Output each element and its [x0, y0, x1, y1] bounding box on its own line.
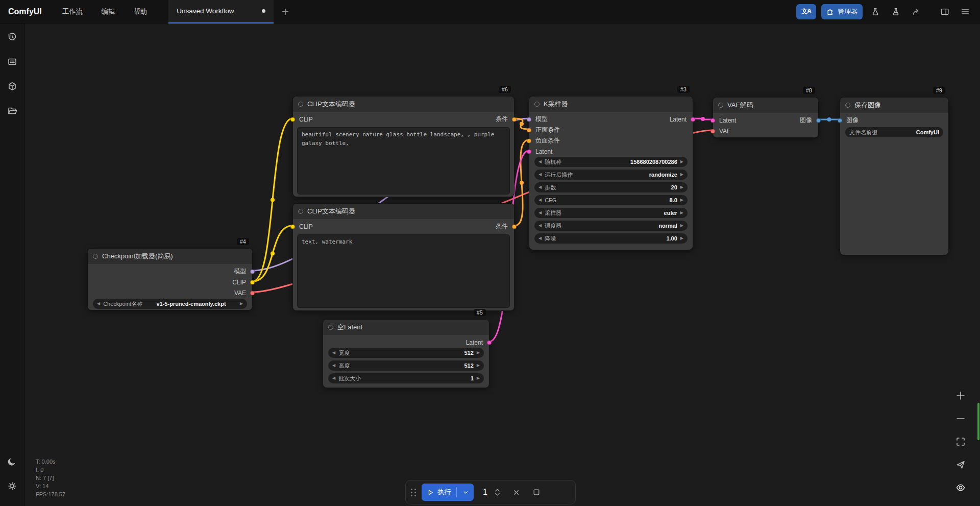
node-checkpoint-loader[interactable]: #4 Checkpoint加载器(简易) 模型 CLIP VAE ◀ Check…	[87, 248, 253, 310]
queue-icon[interactable]	[3, 52, 22, 71]
next-arrow-icon[interactable]: ▶	[680, 198, 683, 202]
image-port-dot[interactable]	[838, 118, 842, 123]
graph-canvas[interactable]: #4 Checkpoint加载器(简易) 模型 CLIP VAE ◀ Check…	[0, 0, 980, 506]
width-widget[interactable]: ◀ 宽度 512 ▶	[328, 348, 484, 358]
sampler-widget[interactable]: ◀ 采样器 euler ▶	[534, 208, 688, 218]
next-arrow-icon[interactable]: ▶	[477, 376, 480, 380]
positive-cond-row[interactable]: 正面条件	[529, 125, 693, 135]
conditioning-port-dot[interactable]	[512, 117, 517, 122]
denoise-widget[interactable]: ◀ 降噪 1.00 ▶	[534, 233, 688, 244]
batch-count-stepper[interactable]	[495, 489, 500, 496]
prev-arrow-icon[interactable]: ◀	[332, 351, 335, 355]
translate-button[interactable]: 文A	[796, 4, 816, 19]
queue-history-icon[interactable]	[3, 28, 22, 47]
batch-count-input[interactable]: 1	[483, 488, 487, 497]
prev-arrow-icon[interactable]: ◀	[538, 160, 542, 164]
collapse-dot-icon[interactable]	[93, 254, 98, 259]
collapse-dot-icon[interactable]	[328, 325, 333, 330]
vae-port-dot[interactable]	[710, 129, 715, 133]
output-port-latent[interactable]: Latent	[323, 337, 489, 348]
scroll-indicator[interactable]	[977, 403, 979, 440]
hamburger-menu-icon[interactable]	[958, 4, 973, 19]
next-arrow-icon[interactable]: ▶	[477, 364, 480, 368]
prev-arrow-icon[interactable]: ◀	[538, 211, 542, 215]
ckpt-name-widget[interactable]: ◀ Checkpoint名称 v1-5-pruned-emaonly.ckpt …	[93, 299, 247, 309]
clip-port-dot[interactable]	[250, 280, 255, 284]
prev-arrow-icon[interactable]: ◀	[538, 236, 542, 240]
latent-input-row[interactable]: Latent	[529, 146, 693, 157]
output-port-model[interactable]: 模型	[88, 266, 252, 277]
prev-arrow-icon[interactable]: ◀	[538, 224, 542, 228]
latent-port-dot[interactable]	[487, 340, 492, 345]
flask-icon-2[interactable]	[888, 4, 903, 19]
prev-arrow-icon[interactable]: ◀	[538, 173, 542, 177]
next-arrow-icon[interactable]: ▶	[680, 185, 683, 189]
node-clip-encode-negative[interactable]: CLIP文本编码器 CLIP 条件 text, watermark	[292, 203, 514, 311]
node-library-icon[interactable]	[3, 77, 22, 96]
latent-io-row[interactable]: Latent 图像	[713, 115, 818, 126]
menu-help[interactable]: 帮助	[124, 0, 156, 23]
node-clip-encode-positive[interactable]: #6 CLIP文本编码器 CLIP 条件 beautiful scenery n…	[292, 96, 514, 197]
clip-io-row[interactable]: CLIP 条件	[293, 114, 514, 125]
toggle-visibility-eye-icon[interactable]	[953, 480, 968, 495]
manager-button[interactable]: 管理器	[821, 4, 863, 19]
model-port-dot[interactable]	[250, 269, 255, 274]
next-arrow-icon[interactable]: ▶	[240, 302, 243, 306]
clip-port-dot[interactable]	[290, 117, 295, 122]
zoom-out-icon[interactable]	[953, 412, 968, 426]
control-after-generate-widget[interactable]: ◀ 运行后操作 randomize ▶	[534, 170, 688, 180]
output-port-vae[interactable]: VAE	[88, 287, 252, 298]
node-title-bar[interactable]: 空Latent	[323, 320, 489, 335]
collapse-dot-icon[interactable]	[298, 209, 303, 214]
batch-size-widget[interactable]: ◀ 批次大小 1 ▶	[328, 373, 484, 383]
scheduler-widget[interactable]: ◀ 调度器 normal ▶	[534, 221, 688, 231]
height-widget[interactable]: ◀ 高度 512 ▶	[328, 360, 484, 371]
conditioning-port-dot[interactable]	[512, 224, 517, 229]
latent-port-dot[interactable]	[691, 117, 695, 122]
conditioning-port-dot[interactable]	[527, 128, 531, 132]
vae-port-dot[interactable]	[250, 291, 255, 295]
menu-edit[interactable]: 编辑	[92, 0, 124, 23]
panel-toggle-icon[interactable]	[937, 4, 952, 19]
prev-arrow-icon[interactable]: ◀	[332, 376, 335, 380]
prev-arrow-icon[interactable]: ◀	[332, 364, 335, 368]
node-vae-decode[interactable]: #8 VAE解码 Latent 图像 VAE	[713, 97, 819, 138]
node-ksampler[interactable]: #3 K采样器 模型 Latent 正面条件 负面条件 Latent	[529, 96, 693, 250]
next-arrow-icon[interactable]: ▶	[680, 160, 683, 164]
seed-widget[interactable]: ◀ 随机种 156680208700286 ▶	[534, 157, 688, 167]
latent-port-dot[interactable]	[710, 118, 715, 123]
collapse-dot-icon[interactable]	[534, 102, 540, 107]
share-icon[interactable]	[909, 4, 924, 19]
prev-arrow-icon[interactable]: ◀	[97, 302, 100, 306]
output-port-clip[interactable]: CLIP	[88, 277, 252, 287]
node-title-bar[interactable]: K采样器	[529, 97, 693, 112]
latent-port-dot[interactable]	[527, 149, 531, 154]
stop-icon[interactable]	[532, 488, 541, 496]
collapse-dot-icon[interactable]	[298, 102, 303, 107]
prev-arrow-icon[interactable]: ◀	[538, 185, 542, 189]
image-port-dot[interactable]	[816, 118, 821, 123]
conditioning-port-dot[interactable]	[527, 138, 531, 143]
fit-view-icon[interactable]	[953, 435, 968, 449]
next-arrow-icon[interactable]: ▶	[680, 173, 683, 177]
theme-toggle-icon[interactable]	[3, 452, 22, 471]
model-port-dot[interactable]	[527, 117, 531, 122]
next-arrow-icon[interactable]: ▶	[477, 351, 480, 355]
model-io-row[interactable]: 模型 Latent	[529, 114, 693, 125]
settings-gear-icon[interactable]	[3, 476, 22, 496]
select-mode-icon[interactable]	[953, 457, 968, 472]
new-tab-button[interactable]	[278, 4, 293, 19]
flask-icon-1[interactable]	[868, 4, 883, 19]
workflow-tab[interactable]: Unsaved Workflow	[168, 0, 274, 23]
positive-prompt-textarea[interactable]: beautiful scenery nature glass bottle la…	[297, 127, 510, 195]
negative-prompt-textarea[interactable]: text, watermark	[297, 234, 510, 308]
image-input-row[interactable]: 图像	[840, 115, 948, 126]
clip-port-dot[interactable]	[290, 224, 295, 229]
node-title-bar[interactable]: 保存图像	[840, 98, 948, 113]
cancel-run-icon[interactable]	[512, 489, 520, 496]
menu-workflow[interactable]: 工作流	[53, 0, 92, 23]
next-arrow-icon[interactable]: ▶	[680, 224, 683, 228]
clip-io-row[interactable]: CLIP 条件	[293, 221, 514, 232]
cfg-widget[interactable]: ◀ CFG 8.0 ▶	[534, 195, 688, 205]
node-empty-latent[interactable]: #5 空Latent Latent ◀ 宽度 512 ▶ ◀ 高度 512 ▶	[323, 319, 489, 388]
